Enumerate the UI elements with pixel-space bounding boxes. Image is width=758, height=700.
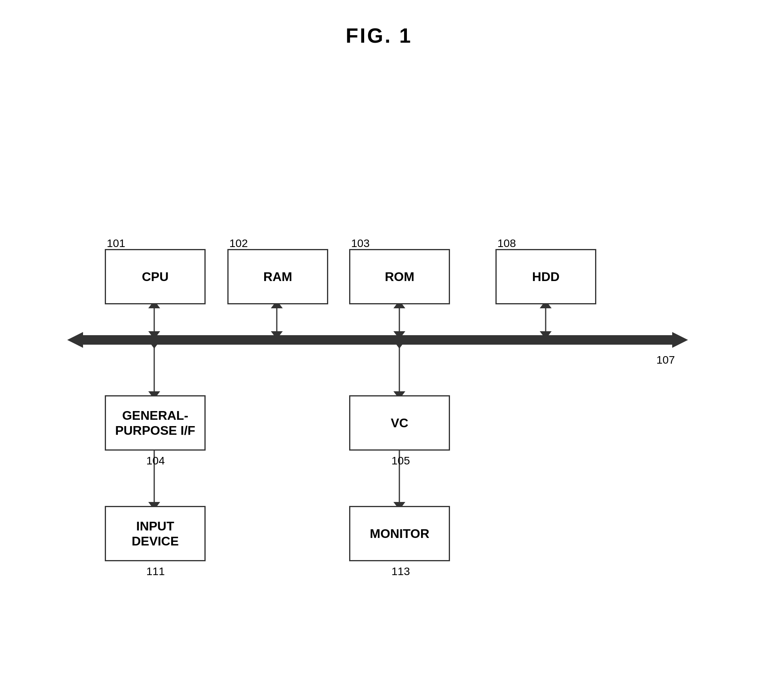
vc-box: VC	[349, 395, 450, 451]
ref-102: 102	[229, 237, 248, 250]
gpif-box: GENERAL- PURPOSE I/F	[105, 395, 206, 451]
bus-arrow-left	[67, 332, 83, 348]
ref-104: 104	[146, 455, 165, 467]
monitor-box: MONITOR	[349, 506, 450, 561]
ram-bus-arrow-down	[271, 331, 283, 339]
ref-108: 108	[497, 237, 516, 250]
cpu-bus-arrow-down	[148, 331, 160, 339]
ref-113: 113	[391, 565, 410, 578]
ref-107: 107	[656, 354, 675, 366]
vc-arrow-up	[393, 341, 405, 349]
diagram-container: FIG. 1	[0, 0, 758, 700]
figure-title: FIG. 1	[346, 24, 412, 47]
bus-body	[83, 335, 672, 345]
rom-bus-arrow-down	[393, 331, 405, 339]
gpif-arrow-up	[148, 341, 160, 349]
ref-105: 105	[391, 455, 410, 467]
ref-111: 111	[146, 565, 165, 578]
cpu-box: CPU	[105, 249, 206, 304]
ref-103: 103	[351, 237, 370, 250]
rom-box: ROM	[349, 249, 450, 304]
diagram-svg	[0, 0, 758, 700]
hdd-box: HDD	[495, 249, 596, 304]
input-device-box: INPUT DEVICE	[105, 506, 206, 561]
bus-arrow-right	[672, 332, 688, 348]
hdd-bus-arrow-down	[540, 331, 552, 339]
ram-box: RAM	[227, 249, 328, 304]
ref-101: 101	[107, 237, 125, 250]
